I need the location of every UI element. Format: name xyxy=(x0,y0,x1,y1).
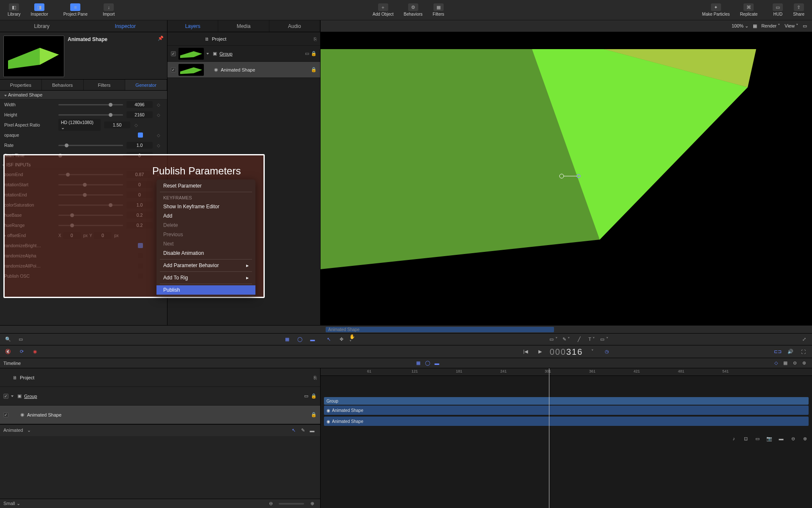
menu-add-to-rig[interactable]: Add To Rig▸ xyxy=(156,273,255,282)
menu-disable-animation[interactable]: Disable Animation xyxy=(156,248,255,258)
kf-fit-icon[interactable]: ⊡ xyxy=(741,434,750,443)
in-out-icon[interactable]: ⊏⊐ xyxy=(773,348,782,356)
menu-show-keyframe-editor[interactable]: Show In Keyframe Editor xyxy=(156,202,255,211)
layer-visible-checkbox[interactable] xyxy=(171,51,176,56)
keyframe-menu-icon[interactable]: ◇ ˅ xyxy=(157,170,163,179)
layer-visible-checkbox[interactable] xyxy=(3,394,8,399)
zoom-end-value[interactable]: 0.87 xyxy=(126,171,153,178)
expand-icon[interactable]: ⤢ xyxy=(799,335,809,344)
pen-tool-icon[interactable]: ✎ ˅ xyxy=(562,335,571,344)
rotation-start-value[interactable]: 0 xyxy=(126,181,153,188)
keyframe-toggle-icon[interactable]: ◇ xyxy=(157,133,163,138)
play-icon[interactable]: ▶ xyxy=(535,348,545,356)
menu-add[interactable]: Add xyxy=(156,211,255,221)
zoom-out-icon[interactable]: ⊖ xyxy=(790,359,799,367)
properties-tab[interactable]: Properties xyxy=(0,80,42,90)
audio-tab[interactable]: Audio xyxy=(269,20,320,32)
inspector-tab[interactable]: Inspector xyxy=(84,20,167,32)
keyframe-toggle-icon[interactable]: ◇ xyxy=(157,102,163,107)
view-dropdown[interactable]: View ˅ xyxy=(785,23,798,29)
layer-group[interactable]: ▣ Group ▭🔒 xyxy=(167,46,320,62)
behaviors-button[interactable]: ⚙Behaviors xyxy=(401,2,426,18)
rotation-end-value[interactable]: 0 xyxy=(126,191,153,198)
inspector-button[interactable]: ◨Inspector xyxy=(27,2,52,18)
color-sat-slider[interactable] xyxy=(58,204,123,206)
track-group[interactable]: Group xyxy=(324,397,809,405)
hue-range-slider[interactable] xyxy=(58,225,123,226)
layer-visible-checkbox[interactable] xyxy=(171,67,176,72)
rotation-start-slider[interactable] xyxy=(58,184,123,185)
link-icon[interactable]: ⎘ xyxy=(314,36,317,41)
shape-tool-icon[interactable]: ▭ ˅ xyxy=(600,335,609,344)
show-masks-icon[interactable]: ▬ xyxy=(308,335,317,344)
zoom-in-icon[interactable]: ⊕ xyxy=(799,359,809,367)
zoom-in-icon[interactable]: ⊕ xyxy=(307,500,317,508)
keyframe-toggle-icon[interactable]: ◇ xyxy=(134,123,140,127)
opaque-checkbox[interactable] xyxy=(138,133,143,138)
filter-icon[interactable]: ▭ xyxy=(16,335,25,344)
replicate-button[interactable]: ⌘Replicate xyxy=(737,2,761,18)
hue-base-value[interactable]: 0.2 xyxy=(126,212,153,218)
keyframe-toggle-icon[interactable]: ◇ xyxy=(157,143,163,148)
lock-icon[interactable]: 🔒 xyxy=(311,51,317,56)
width-value[interactable]: 4096 xyxy=(126,101,153,108)
audio-icon[interactable]: 🔊 xyxy=(786,348,795,356)
snap-opts-icon[interactable]: ▦ xyxy=(781,359,790,367)
layer-visible-checkbox[interactable] xyxy=(3,412,8,417)
lock-icon[interactable]: 🔒 xyxy=(311,393,317,399)
mini-clip[interactable]: Animated Shape xyxy=(326,327,554,332)
make-particles-button[interactable]: ✦Make Particles xyxy=(699,2,733,18)
rand-alpha-checkbox[interactable] xyxy=(138,253,143,258)
render-dropdown[interactable]: Render ˅ xyxy=(761,23,780,29)
kf-pen-icon[interactable]: ✎ xyxy=(298,426,307,435)
share-button[interactable]: ⇪Share xyxy=(790,2,808,18)
par-value[interactable]: 1.50 xyxy=(104,121,130,128)
menu-reset-parameter[interactable]: Reset Parameter xyxy=(156,181,255,190)
rate-slider[interactable] xyxy=(58,145,123,146)
link-icon[interactable]: ⎘ xyxy=(314,375,317,380)
filters-tab[interactable]: Filters xyxy=(84,80,126,90)
height-slider[interactable] xyxy=(58,114,123,116)
color-sat-value[interactable]: 1.0 xyxy=(126,202,153,208)
timecode-display[interactable]: 000316 xyxy=(550,347,583,357)
rand-all-checkbox[interactable] xyxy=(138,263,143,268)
track-animated-shape[interactable]: ◉Animated Shape xyxy=(324,406,809,415)
tl-behaviors-icon[interactable]: ▦ xyxy=(414,359,423,367)
kf-camera-icon[interactable]: 📷 xyxy=(765,434,774,443)
kf-zoom-out-icon[interactable]: ⊖ xyxy=(788,434,798,443)
rotation-end-slider[interactable] xyxy=(58,194,123,196)
animated-dropdown[interactable]: Animated ⌄ xyxy=(3,428,31,433)
media-tab[interactable]: Media xyxy=(218,20,269,32)
generator-tab[interactable]: Generator xyxy=(125,80,167,90)
import-button[interactable]: ↓Import xyxy=(99,2,118,18)
menu-publish[interactable]: Publish xyxy=(156,285,255,295)
search-icon[interactable]: 🔍 xyxy=(3,335,13,344)
select-tool-icon[interactable]: ↖ xyxy=(324,335,333,344)
publish-osc-checkbox[interactable] xyxy=(138,273,143,279)
menu-add-parameter-behavior[interactable]: Add Parameter Behavior▸ xyxy=(156,261,255,270)
transform-tool-icon[interactable]: ✥ xyxy=(337,335,346,344)
prev-frame-icon[interactable]: |◀ xyxy=(521,348,530,356)
size-dropdown[interactable]: Small ⌄ xyxy=(3,501,20,506)
layer-project[interactable]: 🗎 Project ⎘ xyxy=(167,32,320,46)
param-group-header[interactable]: Animated Shape xyxy=(0,91,167,99)
behaviors-tab[interactable]: Behaviors xyxy=(42,80,84,90)
zoom-dropdown[interactable]: 100% ⌄ xyxy=(732,23,749,29)
hud-button[interactable]: ▭HUD xyxy=(769,2,786,18)
layer-animated-shape[interactable]: ◉ Animated Shape 🔒 xyxy=(167,62,320,78)
timeline-tracks[interactable]: 61 121 181 241 301 361 421 481 541 Group… xyxy=(321,368,812,508)
timecode-dropdown-icon[interactable]: ˅ xyxy=(588,348,597,356)
kf-box2-icon[interactable]: ▬ xyxy=(776,434,786,443)
kf-audio-icon[interactable]: ♪ xyxy=(729,434,738,443)
lock-icon[interactable]: 🔒 xyxy=(311,67,317,72)
viewport[interactable] xyxy=(321,32,812,325)
start-time-value[interactable]: 0 xyxy=(126,152,153,159)
hand-tool-icon[interactable]: ✋ ˅ xyxy=(349,335,359,344)
hue-base-slider[interactable] xyxy=(58,215,123,216)
timeline-ruler[interactable]: 61 121 181 241 301 361 421 481 541 xyxy=(321,368,812,376)
height-value[interactable]: 2160 xyxy=(126,111,153,118)
zoom-out-icon[interactable]: ⊖ xyxy=(266,500,275,508)
snap-icon[interactable]: ◇ xyxy=(771,359,781,367)
kf-select-icon[interactable]: ↖ xyxy=(289,426,298,435)
layers-tab[interactable]: Layers xyxy=(167,20,218,32)
